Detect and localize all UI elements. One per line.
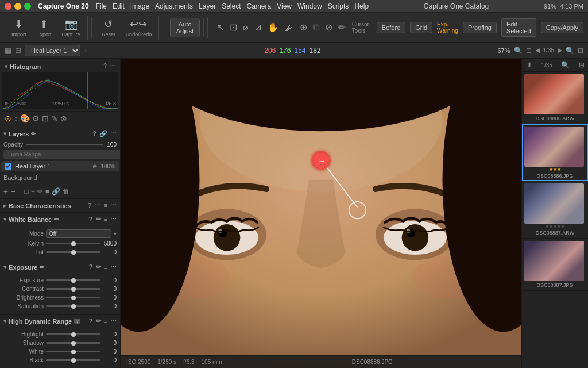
panel-tab-3[interactable]: 🎨 bbox=[20, 114, 30, 123]
filmstrip-item-2[interactable]: ★★★ DSC08886.JPG bbox=[522, 124, 588, 181]
hdr-more-icon[interactable]: ⋯ bbox=[110, 317, 117, 325]
exposure-edit-icon[interactable]: ✏ bbox=[40, 264, 44, 270]
undo-redo-button[interactable]: ↩↪ Undo/Redo bbox=[122, 16, 156, 40]
filter-icon[interactable]: ⊟ bbox=[578, 47, 583, 55]
export-button[interactable]: ⬆ Export bbox=[33, 16, 55, 40]
histogram-header[interactable]: Histogram ? ⋯ bbox=[2, 61, 118, 72]
view-mode-icon[interactable]: ⊞ bbox=[15, 46, 21, 55]
copy-apply-button[interactable]: Copy/Apply bbox=[541, 22, 583, 33]
grid-button[interactable]: Grid bbox=[410, 22, 432, 33]
luma-range-button[interactable]: Luma Range... bbox=[3, 150, 121, 159]
menu-adjustments[interactable]: Adjustments bbox=[155, 2, 193, 10]
layer-heal-checkbox[interactable] bbox=[5, 163, 11, 170]
wb-help-icon[interactable]: ? bbox=[89, 216, 93, 223]
base-characteristics-header[interactable]: Base Characteristics ? ⋯ ≡ ⋯ bbox=[0, 199, 120, 212]
panel-tab-1[interactable]: ⊙ bbox=[5, 114, 11, 123]
wb-edit-icon[interactable]: ✏ bbox=[54, 216, 59, 223]
shadow-slider[interactable] bbox=[46, 342, 100, 344]
histogram-help-icon[interactable]: ? bbox=[103, 63, 107, 70]
panel-tab-5[interactable]: ⊡ bbox=[42, 114, 49, 123]
panel-tab-6[interactable]: ✎ bbox=[51, 114, 58, 123]
menu-file[interactable]: File bbox=[96, 2, 107, 10]
close-button[interactable] bbox=[5, 3, 11, 10]
wb-tint-slider[interactable] bbox=[46, 251, 100, 253]
bc-list-icon[interactable]: ≡ bbox=[104, 202, 107, 209]
edit-selected-button[interactable]: Edit Selected bbox=[501, 18, 536, 37]
capture-button[interactable]: 📷 Capture bbox=[59, 16, 84, 40]
import-button[interactable]: ⬇ Import bbox=[8, 16, 30, 40]
nav-prev-icon[interactable]: ◀ bbox=[535, 47, 540, 54]
menu-edit[interactable]: Edit bbox=[113, 2, 125, 10]
exposure-header[interactable]: Exposure ✏ ? ✏ ≡ ⋯ bbox=[0, 260, 120, 274]
panel-tab-2[interactable]: ↕ bbox=[14, 114, 18, 123]
menu-window[interactable]: Window bbox=[297, 2, 322, 10]
auto-adjust-button[interactable]: Auto Adjust bbox=[170, 18, 200, 37]
straighten-tool[interactable]: ⌀ bbox=[241, 20, 250, 34]
menu-layer[interactable]: Layer bbox=[199, 2, 216, 10]
remove-layer-button[interactable]: − bbox=[10, 187, 15, 196]
layer-brush-button[interactable]: ✏ bbox=[37, 187, 43, 195]
hdr-list-icon[interactable]: ≡ bbox=[104, 317, 107, 325]
search-icon[interactable]: 🔍 bbox=[566, 47, 574, 55]
layers-more-icon[interactable]: ⋯ bbox=[110, 130, 117, 137]
exposure-slider[interactable] bbox=[46, 279, 100, 281]
add-layer-button[interactable]: + bbox=[3, 187, 8, 196]
filmstrip-filter-icon[interactable]: ⊟ bbox=[579, 61, 585, 69]
menu-image[interactable]: Image bbox=[130, 2, 149, 10]
menu-select[interactable]: Select bbox=[222, 2, 241, 10]
layers-link-icon[interactable]: 🔗 bbox=[99, 130, 107, 137]
filmstrip-search-icon[interactable]: 🔍 bbox=[561, 61, 570, 69]
reset-button[interactable]: ↺ Reset bbox=[98, 16, 119, 40]
hdr-help-icon[interactable]: ? bbox=[89, 317, 93, 325]
fit-icon[interactable]: ⊡ bbox=[526, 47, 532, 55]
brush-tool[interactable]: 🖌 bbox=[283, 21, 296, 34]
menu-camera[interactable]: Camera bbox=[247, 2, 272, 10]
filmstrip-item-1[interactable]: DSC08886.ARW bbox=[522, 72, 588, 124]
brightness-slider[interactable] bbox=[46, 297, 100, 298]
minimize-button[interactable] bbox=[14, 3, 21, 10]
wb-picker-icon[interactable]: ✏ bbox=[96, 216, 101, 223]
menu-view[interactable]: View bbox=[277, 2, 292, 10]
fullscreen-button[interactable] bbox=[24, 3, 31, 10]
layer-copy-button[interactable]: □ bbox=[24, 187, 28, 195]
add-layer-icon[interactable]: + bbox=[84, 47, 87, 54]
layer-fill-button[interactable]: ■ bbox=[45, 187, 49, 195]
exp-picker-icon[interactable]: ✏ bbox=[96, 263, 101, 271]
panel-tab-7[interactable]: ⊗ bbox=[60, 114, 67, 123]
highlight-slider[interactable] bbox=[46, 334, 100, 335]
exp-more-icon[interactable]: ⋯ bbox=[110, 263, 117, 271]
mask-tool[interactable]: ⊘ bbox=[323, 20, 334, 34]
layers-edit-icon[interactable]: ✏ bbox=[31, 131, 36, 137]
exp-list-icon[interactable]: ≡ bbox=[104, 263, 107, 271]
keystone-tool[interactable]: ⊿ bbox=[253, 20, 264, 34]
layers-header[interactable]: Layers ✏ ? 🔗 ⋯ bbox=[0, 127, 120, 140]
zoom-icon[interactable]: 🔍 bbox=[514, 47, 523, 55]
panel-tab-4[interactable]: ⚙ bbox=[32, 114, 40, 123]
bc-help-icon[interactable]: ? bbox=[88, 202, 92, 209]
layer-panel-icon[interactable]: ▦ bbox=[5, 46, 11, 55]
black-slider[interactable] bbox=[46, 359, 100, 361]
wb-kelvin-slider[interactable] bbox=[46, 243, 100, 244]
contrast-slider[interactable] bbox=[46, 288, 100, 290]
wb-list-icon[interactable]: ≡ bbox=[104, 216, 107, 223]
saturation-slider[interactable] bbox=[46, 305, 100, 307]
opacity-slider[interactable] bbox=[26, 144, 103, 145]
menu-scripts[interactable]: Scripts bbox=[328, 2, 349, 10]
canvas-area[interactable]: → ISO 2500 1/250 s f/6.3 105 mm bbox=[121, 59, 521, 368]
annotate-tool[interactable]: ✏ bbox=[336, 20, 347, 34]
heal-tool[interactable]: ⊕ bbox=[298, 20, 309, 34]
wb-more-icon[interactable]: ⋯ bbox=[110, 216, 117, 223]
bc-more-icon[interactable]: ⋯ bbox=[95, 202, 101, 209]
white-balance-header[interactable]: White Balance ✏ ? ✏ ≡ ⋯ bbox=[0, 213, 120, 226]
nav-next-icon[interactable]: ▶ bbox=[558, 47, 562, 54]
proofing-button[interactable]: Proofing bbox=[463, 22, 497, 33]
filmstrip-item-3[interactable]: ★★★★★ DSC08887.ARW bbox=[522, 181, 588, 239]
layer-delete-button[interactable]: 🗑 bbox=[63, 187, 69, 195]
bc-more2-icon[interactable]: ⋯ bbox=[110, 202, 117, 209]
before-button[interactable]: Before bbox=[377, 22, 405, 33]
layers-help-icon[interactable]: ? bbox=[92, 130, 96, 137]
wb-mode-dropdown-icon[interactable]: ▾ bbox=[114, 231, 117, 237]
clone-tool[interactable]: ⧉ bbox=[311, 21, 321, 34]
layer-link-button[interactable]: 🔗 bbox=[52, 187, 60, 195]
white-slider[interactable] bbox=[46, 351, 100, 352]
